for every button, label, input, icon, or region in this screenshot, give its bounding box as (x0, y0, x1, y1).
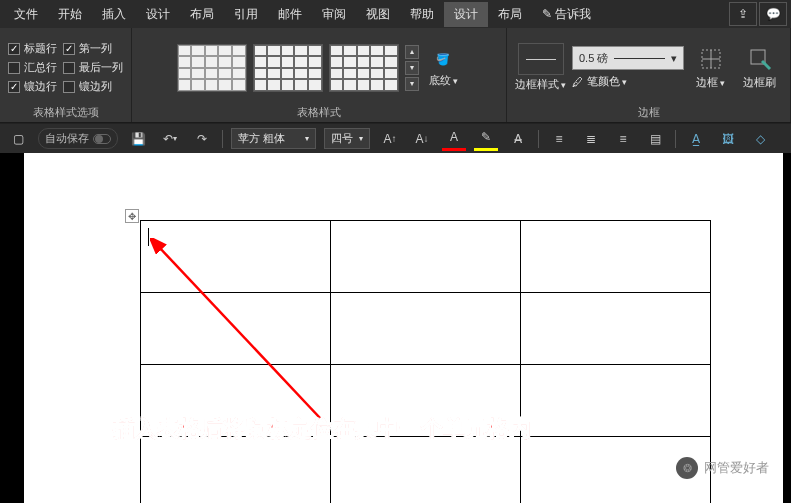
bucket-icon: 🪣 (431, 47, 455, 71)
insert-image-icon[interactable]: 🖼 (716, 127, 740, 151)
chk-banded-rows[interactable]: 镶边行 (8, 79, 57, 94)
table-cell[interactable] (331, 221, 521, 293)
insert-shape-icon[interactable]: ◇ (748, 127, 772, 151)
quick-access-toolbar: ▢ 自动保存 💾 ↶▾ ↷ 苹方 粗体 ▾ 四号 ▾ A↑ A↓ A ✎ A̶ … (0, 123, 791, 153)
table-move-handle[interactable]: ✥ (125, 209, 139, 223)
group-borders: 边框样式 0.5 磅▾ 🖊 笔颜色 边框 边框刷 边框 (507, 28, 791, 122)
chk-header-row[interactable]: 标题行 (8, 41, 57, 56)
table-cell[interactable] (331, 437, 521, 504)
table-cell[interactable] (521, 365, 711, 437)
table-cell[interactable] (141, 437, 331, 504)
group-style-options: 标题行 汇总行 镶边行 第一列 最后一列 镶边列 表格样式选项 (0, 28, 132, 122)
border-painter-button[interactable]: 边框刷 (737, 43, 782, 92)
font-select[interactable]: 苹方 粗体 ▾ (231, 128, 316, 149)
border-style-label[interactable]: 边框样式 (515, 77, 566, 92)
ribbon: 标题行 汇总行 镶边行 第一列 最后一列 镶边列 表格样式选项 ▴ ▾ ▾ 🪣 (0, 28, 791, 123)
menu-file[interactable]: 文件 (4, 2, 48, 27)
align-right-icon[interactable]: ≡ (611, 127, 635, 151)
border-weight-select[interactable]: 0.5 磅▾ (572, 46, 684, 70)
table-cell[interactable] (521, 221, 711, 293)
menu-mail[interactable]: 邮件 (268, 2, 312, 27)
table-cell[interactable] (521, 293, 711, 365)
align-center-icon[interactable]: ≣ (579, 127, 603, 151)
menu-insert[interactable]: 插入 (92, 2, 136, 27)
menu-view[interactable]: 视图 (356, 2, 400, 27)
table-cell[interactable] (141, 221, 331, 293)
group-label-table-styles: 表格样式 (297, 105, 341, 120)
table-cell[interactable] (331, 293, 521, 365)
align-left-icon[interactable]: ≡ (547, 127, 571, 151)
border-style-preview[interactable] (518, 43, 564, 75)
table-style-2[interactable] (253, 44, 323, 92)
styles-scroll-down[interactable]: ▾ (405, 61, 419, 75)
comments-icon[interactable]: 💬 (759, 2, 787, 26)
highlight-icon[interactable]: ✎ (474, 127, 498, 151)
undo-icon[interactable]: ↶▾ (158, 127, 182, 151)
shading-button[interactable]: 🪣 底纹 (425, 45, 462, 90)
align-justify-icon[interactable]: ▤ (643, 127, 667, 151)
chk-total-row[interactable]: 汇总行 (8, 60, 57, 75)
menu-home[interactable]: 开始 (48, 2, 92, 27)
menu-references[interactable]: 引用 (224, 2, 268, 27)
styles-scroll-up[interactable]: ▴ (405, 45, 419, 59)
autosave-toggle[interactable]: 自动保存 (38, 128, 118, 149)
menu-design[interactable]: 设计 (136, 2, 180, 27)
border-painter-icon (746, 45, 774, 73)
pen-color-select[interactable]: 🖊 笔颜色 (572, 74, 684, 89)
text-cursor (148, 228, 149, 246)
decrease-font-icon[interactable]: A↓ (410, 127, 434, 151)
text-box-icon[interactable]: A̲ (684, 127, 708, 151)
menu-review[interactable]: 审阅 (312, 2, 356, 27)
table-style-3[interactable] (329, 44, 399, 92)
group-label-borders: 边框 (638, 105, 660, 120)
group-label-style-options: 表格样式选项 (33, 105, 99, 120)
increase-font-icon[interactable]: A↑ (378, 127, 402, 151)
table-cell[interactable] (141, 293, 331, 365)
redo-icon[interactable]: ↷ (190, 127, 214, 151)
menu-table-layout[interactable]: 布局 (488, 2, 532, 27)
group-table-styles: ▴ ▾ ▾ 🪣 底纹 表格样式 (132, 28, 507, 122)
wechat-icon: ❂ (676, 457, 698, 479)
chk-banded-cols[interactable]: 镶边列 (63, 79, 123, 94)
pen-icon: 🖊 (572, 76, 583, 88)
menu-table-design[interactable]: 设计 (444, 2, 488, 27)
clear-format-icon[interactable]: A̶ (506, 127, 530, 151)
chk-first-col[interactable]: 第一列 (63, 41, 123, 56)
menu-help[interactable]: 帮助 (400, 2, 444, 27)
font-size-select[interactable]: 四号 ▾ (324, 128, 370, 149)
share-icon[interactable]: ⇪ (729, 2, 757, 26)
table-style-1[interactable] (177, 44, 247, 92)
document-table[interactable] (140, 220, 711, 503)
annotation-text: 插入表格后将鼠标定位在其中一个单元格内 (113, 414, 531, 444)
borders-icon (697, 45, 725, 73)
borders-button[interactable]: 边框 (690, 43, 731, 92)
save-icon[interactable]: 💾 (126, 127, 150, 151)
watermark: ❂ 网管爱好者 (676, 457, 769, 479)
font-color-icon[interactable]: A (442, 127, 466, 151)
menu-layout[interactable]: 布局 (180, 2, 224, 27)
menu-tell-me[interactable]: ✎ 告诉我 (532, 2, 601, 27)
chk-last-col[interactable]: 最后一列 (63, 60, 123, 75)
menu-bar: 文件 开始 插入 设计 布局 引用 邮件 审阅 视图 帮助 设计 布局 ✎ 告诉… (0, 0, 791, 28)
new-doc-icon[interactable]: ▢ (6, 127, 30, 151)
styles-more[interactable]: ▾ (405, 77, 419, 91)
